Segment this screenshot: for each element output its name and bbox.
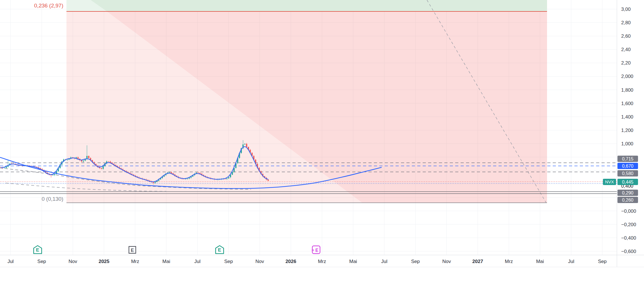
candle-body [226,178,227,179]
fib-zone-layer [66,0,547,203]
time-axis-label[interactable]: Mrz [131,259,139,264]
time-axis[interactable]: JulSepNov2025MrzMaiJulSepNov2026MrzMaiJu… [0,255,644,267]
candle-body [268,180,269,181]
candle-body [108,161,109,162]
price-axis-label: 1,400 [621,114,633,120]
price-axis-badge: 0,580 [617,170,638,176]
symbol-price-tag: NVX [603,179,616,185]
candle-body [246,144,247,147]
price-axis-label: 2,20 [621,60,631,66]
price-axis-label: 1,200 [621,128,633,133]
earnings-icon[interactable]: E [129,246,136,253]
time-axis-label[interactable]: Mai [162,259,170,264]
candle-body [54,174,55,175]
candle-body [155,182,156,183]
time-axis-label[interactable]: Nov [255,259,264,264]
time-axis-label[interactable]: Mai [349,259,357,264]
price-badge-value: 0,580 [622,171,633,176]
time-axis-label[interactable]: 2025 [99,259,110,264]
time-axis-label[interactable]: Jul [381,259,388,264]
price-badge-value: 0,670 [622,164,633,168]
price-badge-value: 0,715 [622,156,633,161]
price-badge-value: 0,445 [622,180,633,184]
time-axis-label[interactable]: Sep [411,259,420,264]
price-axis-label: 1,800 [621,87,633,93]
time-axis-label[interactable]: 2027 [472,259,483,264]
price-chart-canvas[interactable]: EEE≈E 0,236 (2,97) 0 (0,130) 3,002,802,6… [0,0,644,293]
time-axis-label[interactable]: Sep [37,259,46,264]
earnings-markers-layer: EEE≈E [34,246,320,254]
time-axis-label[interactable]: Mrz [318,259,326,264]
price-axis-label: 2,000 [621,74,633,79]
price-axis-label: −0,400 [621,235,636,241]
earnings-icon[interactable]: E [216,246,224,254]
earnings-letter: E [36,247,39,253]
candle-body [244,144,245,145]
price-axis-label: 2,80 [621,20,631,25]
candle-body [102,166,104,169]
candle-body [4,168,5,168]
price-axis-badge: 0,290 [617,190,638,196]
candle-body [101,168,102,169]
candle-body [77,157,78,159]
earnings-letter: E [131,248,134,253]
fib-level-label-0236: 0,236 (2,97) [34,3,63,9]
earnings-approx-sign: ≈ [312,248,314,252]
price-axis-label: 3,00 [621,7,631,12]
price-badge-value: 0,290 [622,190,633,195]
price-axis-badge: 0,715 [617,156,638,162]
time-axis-label[interactable]: Mai [536,259,544,264]
chart-window: EEE≈E 0,236 (2,97) 0 (0,130) 3,002,802,6… [0,0,644,293]
price-axis-label: 2,40 [621,47,631,52]
earnings-icon[interactable]: E [34,246,42,254]
candle-body [171,172,172,173]
time-axis-label[interactable]: Sep [598,259,607,264]
price-axis[interactable]: 3,002,802,602,402,202,0001,8001,6001,400… [617,0,644,267]
symbol-ticker-label: NVX [605,179,614,184]
candle-body [228,177,229,178]
price-axis-badge: 0,670 [617,163,638,169]
price-axis-badge: 0,260 [617,197,638,203]
time-axis-label[interactable]: Jul [194,259,201,264]
time-axis-label[interactable]: Nov [442,259,451,264]
candle-body [6,167,7,168]
price-axis-label: −0,600 [621,249,636,254]
time-axis-label[interactable]: Jul [7,259,14,264]
price-axis-label: −0,200 [621,222,636,227]
price-badge-value: 0,260 [622,198,633,202]
earnings-letter: E [218,247,221,253]
candle-body [88,156,89,158]
time-axis-label[interactable]: 2026 [285,259,296,264]
price-axis-label: 1,600 [621,101,633,106]
price-axis-label: 1,000 [621,141,633,146]
price-axis-label: 2,60 [621,33,631,39]
candle-body [67,160,68,160]
candle-body [187,178,188,179]
earnings-letter: E [315,248,319,253]
price-axis-badge: 0,445 [617,179,638,185]
candle-body [52,175,53,175]
earnings-icon[interactable]: ≈E [312,246,320,254]
fib-zone-green-overlay [91,0,547,11]
time-axis-label[interactable]: Sep [224,259,233,264]
time-axis-label[interactable]: Jul [568,259,574,264]
time-axis-label[interactable]: Nov [68,259,77,264]
candle-body [169,172,170,172]
candle-body [198,172,199,173]
price-axis-label: −0,000 [621,208,636,214]
fib-level-label-0: 0 (0,130) [42,196,63,202]
candle-body [83,161,84,162]
time-axis-label[interactable]: Mrz [505,259,513,264]
